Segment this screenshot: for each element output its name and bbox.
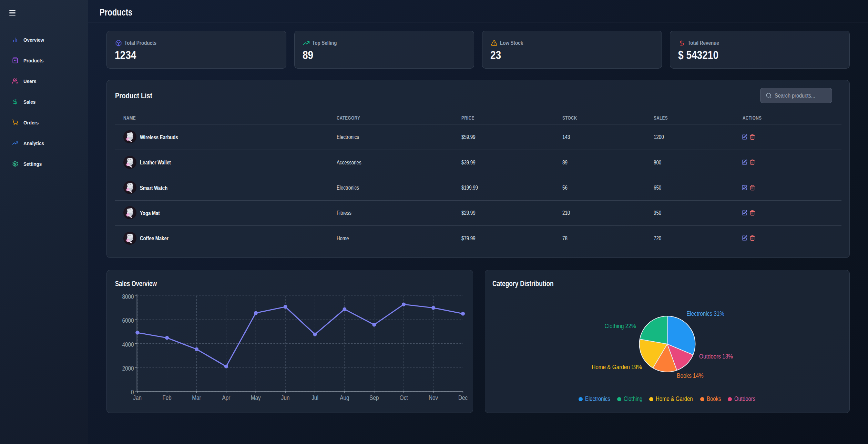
svg-text:Home & Garden 19%: Home & Garden 19%	[592, 364, 642, 371]
svg-text:6000: 6000	[122, 317, 134, 324]
svg-text:Nov: Nov	[429, 394, 438, 401]
svg-text:8000: 8000	[122, 293, 134, 300]
svg-text:Books 14%: Books 14%	[677, 372, 703, 379]
svg-text:Jan: Jan	[133, 394, 142, 401]
svg-text:Oct: Oct	[400, 394, 408, 401]
svg-text:May: May	[251, 394, 261, 401]
svg-text:Sep: Sep	[369, 394, 379, 401]
svg-text:Electronics 31%: Electronics 31%	[686, 310, 724, 317]
svg-text:Dec: Dec	[458, 394, 468, 401]
svg-text:2000: 2000	[122, 365, 134, 372]
svg-text:Apr: Apr	[222, 394, 231, 401]
svg-text:Outdoors 13%: Outdoors 13%	[699, 353, 733, 360]
svg-text:Feb: Feb	[162, 394, 171, 401]
svg-text:Clothing 22%: Clothing 22%	[605, 323, 636, 330]
svg-text:Aug: Aug	[340, 394, 349, 401]
svg-text:Jun: Jun	[281, 394, 290, 401]
svg-text:Mar: Mar	[192, 394, 201, 401]
svg-text:Jul: Jul	[312, 394, 318, 401]
svg-text:4000: 4000	[122, 341, 134, 348]
